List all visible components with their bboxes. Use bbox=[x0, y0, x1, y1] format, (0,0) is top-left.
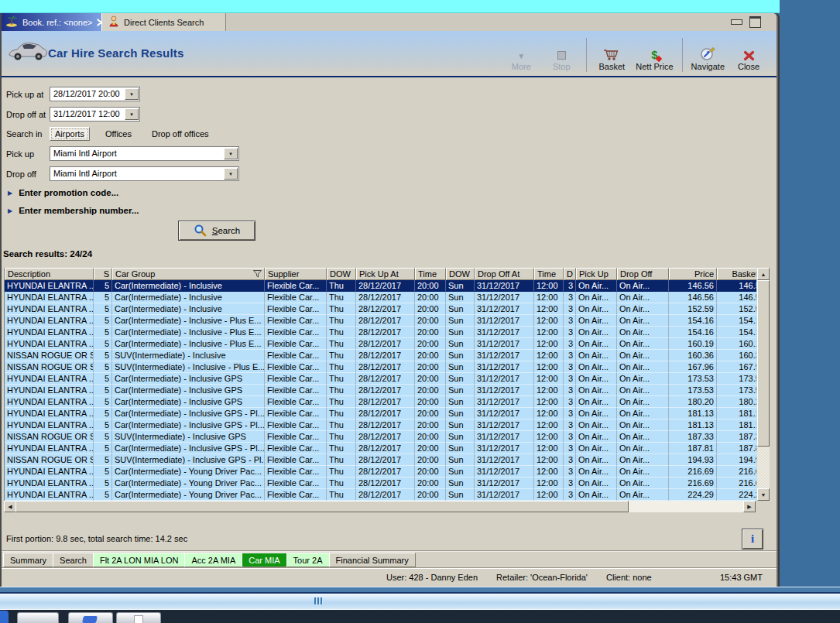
tab-direct-clients-search[interactable]: Direct Clients Search bbox=[101, 13, 226, 31]
tab-booking-ref[interactable]: Book. ref.: <none> bbox=[2, 13, 101, 31]
table-row[interactable]: HYUNDAI ELANTRA ...5Car(Intermediate) - … bbox=[5, 327, 756, 338]
taskbar-button[interactable] bbox=[116, 612, 161, 623]
cell-price: 181.13 bbox=[669, 419, 717, 431]
minimize-button[interactable] bbox=[731, 19, 742, 25]
column-header-time[interactable]: Time bbox=[534, 268, 564, 280]
table-row[interactable]: HYUNDAI ELANTRA ...5Car(Intermediate) - … bbox=[5, 443, 756, 454]
taskbar-button[interactable] bbox=[17, 612, 59, 623]
column-label: S bbox=[104, 269, 109, 279]
bottom-tab-summary[interactable]: Summary bbox=[3, 553, 53, 567]
cell-d: 3 bbox=[564, 373, 576, 385]
column-header-dow[interactable]: DOW bbox=[327, 268, 356, 280]
column-header-description[interactable]: Description bbox=[5, 268, 94, 280]
bottom-tab-search[interactable]: Search bbox=[53, 553, 94, 567]
search-in-tab-offices[interactable]: Offices bbox=[101, 128, 136, 140]
table-header-row: DescriptionSCar GroupSupplierDOWPick Up … bbox=[5, 268, 756, 280]
nett-price-button[interactable]: $Nett Price bbox=[632, 38, 677, 72]
column-header-price[interactable]: Price bbox=[669, 268, 717, 280]
info-button[interactable]: i bbox=[742, 529, 763, 549]
bottom-tab-tour-2a[interactable]: Tour 2A bbox=[286, 553, 330, 567]
table-row[interactable]: HYUNDAI ELANTRA ...5Car(Intermediate) - … bbox=[5, 478, 756, 489]
table-row[interactable]: HYUNDAI ELANTRA ...5Car(Intermediate) - … bbox=[5, 315, 756, 327]
cell-pick-up: On Air... bbox=[576, 350, 617, 361]
column-header-drop-off[interactable]: Drop Off bbox=[617, 268, 669, 280]
column-header-basket[interactable]: Basket▼ bbox=[717, 268, 756, 280]
cell-dow: Thu bbox=[327, 466, 356, 478]
cell-s: 5 bbox=[94, 280, 112, 292]
cell-dow: Thu bbox=[327, 338, 356, 350]
column-header-supplier[interactable]: Supplier bbox=[265, 268, 327, 280]
cell-drop-off-at: 31/12/2017 bbox=[475, 315, 534, 327]
vertical-scroll-thumb[interactable] bbox=[757, 280, 770, 447]
vertical-scrollbar[interactable]: ▲ ▼ bbox=[757, 268, 770, 501]
column-header-drop-off-at[interactable]: Drop Off At bbox=[475, 268, 534, 280]
bottom-tab-car-mia[interactable]: Car MIA bbox=[242, 553, 286, 567]
dropoff-combo[interactable]: Miami Intl Airport ▾ bbox=[50, 166, 239, 181]
membership-number-expander[interactable]: ▶ Enter membership number... bbox=[8, 206, 139, 215]
cell-s: 5 bbox=[94, 327, 112, 338]
cell-time: 12:00 bbox=[534, 373, 564, 385]
table-row[interactable]: NISSAN ROGUE OR S...5SUV(Intermediate) -… bbox=[5, 350, 756, 361]
app-window: Book. ref.: <none> Direct Clients Search… bbox=[0, 13, 778, 587]
search-in-tab-airports[interactable]: Airports bbox=[50, 127, 90, 141]
table-row[interactable]: NISSAN ROGUE OR S...5SUV(Intermediate) -… bbox=[5, 454, 756, 466]
column-header-d[interactable]: D bbox=[564, 268, 576, 280]
table-row[interactable]: NISSAN ROGUE OR S...5SUV(Intermediate) -… bbox=[5, 431, 756, 443]
table-row[interactable]: HYUNDAI ELANTRA ...5Car(Intermediate) - … bbox=[5, 419, 756, 431]
table-row[interactable]: HYUNDAI ELANTRA ...5Car(Intermediate) - … bbox=[5, 373, 756, 385]
column-header-dow[interactable]: DOW bbox=[446, 268, 475, 280]
pickup-combo[interactable]: Miami Intl Airport ▾ bbox=[50, 146, 239, 161]
column-header-time[interactable]: Time bbox=[415, 268, 446, 280]
table-row[interactable]: HYUNDAI ELANTRA ...5Car(Intermediate) - … bbox=[5, 385, 756, 396]
scroll-right-icon[interactable]: ▶ bbox=[743, 501, 756, 512]
cell-drop-off: On Air... bbox=[617, 385, 669, 396]
maximize-button[interactable] bbox=[749, 16, 761, 28]
dock-splitter-bar[interactable] bbox=[0, 594, 840, 610]
table-row[interactable]: HYUNDAI ELANTRA ...5Car(Intermediate) - … bbox=[5, 292, 756, 303]
cell-pick-up-at: 28/12/2017 bbox=[356, 408, 415, 419]
navigate-button[interactable]: Navigate bbox=[687, 38, 729, 72]
table-row[interactable]: HYUNDAI ELANTRA ...5Car(Intermediate) - … bbox=[5, 396, 756, 408]
bottom-tab-flt-2a-lon-mia-lon[interactable]: Flt 2A LON MIA LON bbox=[93, 553, 185, 567]
cell-price: 160.19 bbox=[669, 338, 717, 350]
search-button[interactable]: Search bbox=[178, 221, 255, 241]
dropoff-at-dropdown-icon[interactable]: ▾ bbox=[125, 108, 139, 120]
column-header-pick-up[interactable]: Pick Up bbox=[576, 268, 617, 280]
search-in-tab-drop-off-offices[interactable]: Drop off offices bbox=[147, 128, 214, 140]
bottom-tab-acc-2a-mia[interactable]: Acc 2A MIA bbox=[184, 553, 242, 567]
table-row[interactable]: HYUNDAI ELANTRA ...5Car(Intermediate) - … bbox=[5, 466, 756, 478]
dropoff-dropdown-icon[interactable]: ▾ bbox=[224, 168, 238, 180]
taskbar-start-fragment[interactable] bbox=[0, 611, 9, 623]
close-button[interactable]: Close bbox=[729, 38, 769, 72]
page-title: Car Hire Search Results bbox=[48, 46, 184, 60]
palm-island-icon bbox=[5, 15, 19, 29]
scroll-left-icon[interactable]: ◀ bbox=[4, 501, 16, 512]
cell-price: 152.59 bbox=[669, 303, 717, 315]
basket-button[interactable]: Basket bbox=[591, 38, 632, 72]
table-row[interactable]: HYUNDAI ELANTRA ...5Car(Intermediate) - … bbox=[5, 489, 756, 501]
taskbar-button[interactable] bbox=[68, 612, 113, 623]
bottom-tab-financial-summary[interactable]: Financial Summary bbox=[329, 553, 416, 567]
cell-description: HYUNDAI ELANTRA ... bbox=[5, 315, 94, 327]
table-row[interactable]: NISSAN ROGUE OR S...5SUV(Intermediate) -… bbox=[5, 361, 756, 373]
pickup-at-combo[interactable]: 28/12/2017 20:00 ▾ bbox=[50, 87, 140, 101]
scroll-down-icon[interactable]: ▼ bbox=[757, 488, 770, 501]
table-row[interactable]: HYUNDAI ELANTRA ...5Car(Intermediate) - … bbox=[5, 303, 756, 315]
table-row[interactable]: HYUNDAI ELANTRA ...5Car(Intermediate) - … bbox=[5, 408, 756, 419]
pickup-dropdown-icon[interactable]: ▾ bbox=[224, 148, 238, 159]
scroll-up-icon[interactable]: ▲ bbox=[757, 268, 770, 280]
horizontal-scroll-thumb[interactable] bbox=[15, 501, 629, 512]
column-header-s[interactable]: S bbox=[94, 268, 112, 280]
dropoff-at-combo[interactable]: 31/12/2017 12:00 ▾ bbox=[50, 107, 140, 122]
horizontal-scrollbar[interactable]: ◀ ▶ bbox=[4, 501, 769, 512]
table-row[interactable]: HYUNDAI ELANTRA ...5Car(Intermediate) - … bbox=[5, 280, 756, 292]
column-header-pick-up-at[interactable]: Pick Up At bbox=[356, 268, 415, 280]
grip-handle-icon[interactable] bbox=[314, 597, 322, 604]
table-row[interactable]: HYUNDAI ELANTRA ...5Car(Intermediate) - … bbox=[5, 338, 756, 350]
column-header-car-group[interactable]: Car Group bbox=[112, 268, 265, 280]
status-client: Client: none bbox=[606, 573, 652, 582]
cell-price: 173.53 bbox=[669, 385, 717, 396]
cell-description: HYUNDAI ELANTRA ... bbox=[5, 478, 94, 489]
pickup-at-dropdown-icon[interactable]: ▾ bbox=[125, 88, 139, 100]
promotion-code-expander[interactable]: ▶ Enter promotion code... bbox=[8, 188, 118, 197]
